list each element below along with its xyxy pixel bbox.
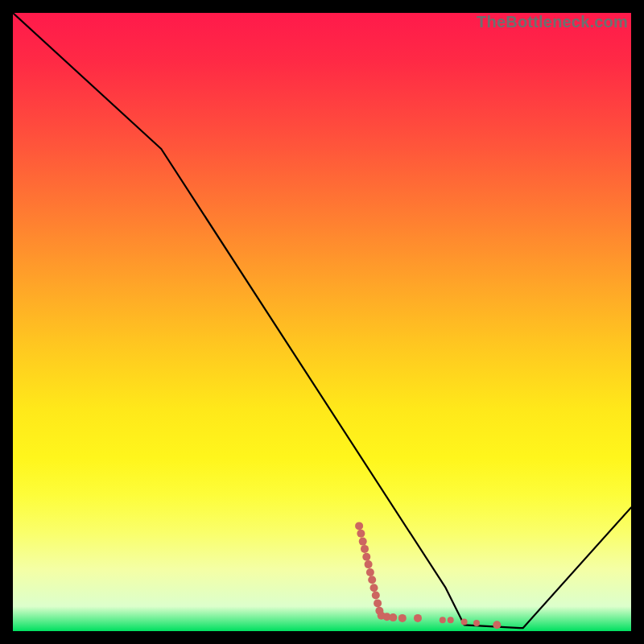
highlight-points — [355, 522, 501, 629]
highlight-point — [440, 617, 446, 623]
highlight-point — [493, 621, 501, 629]
chart-plot-area: TheBottleneck.com — [13, 13, 631, 631]
highlight-point — [359, 538, 367, 546]
highlight-point — [368, 576, 376, 584]
highlight-point — [357, 530, 365, 538]
highlight-point — [370, 584, 378, 592]
highlight-point — [362, 553, 370, 561]
highlight-point — [355, 522, 363, 530]
highlight-point — [366, 568, 374, 576]
highlight-point — [365, 560, 373, 568]
highlight-point — [372, 592, 380, 600]
bottleneck-curve — [13, 13, 631, 628]
highlight-point — [398, 614, 407, 622]
highlight-point — [414, 614, 422, 622]
highlight-point — [473, 620, 480, 626]
chart-overlay — [13, 13, 631, 631]
watermark-label: TheBottleneck.com — [477, 13, 628, 31]
highlight-point — [361, 545, 369, 553]
highlight-point — [389, 613, 397, 621]
highlight-point — [374, 599, 382, 607]
highlight-point — [448, 617, 454, 623]
highlight-point — [461, 619, 468, 625]
